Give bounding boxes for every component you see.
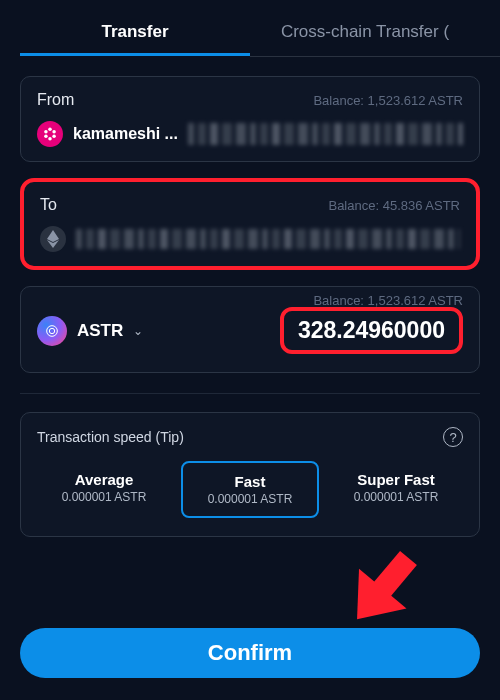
ethereum-icon <box>40 226 66 252</box>
svg-point-5 <box>52 135 56 139</box>
speed-opt-value: 0.000001 ASTR <box>187 492 313 506</box>
speed-opt-value: 0.000001 ASTR <box>333 490 459 504</box>
to-balance: Balance: 45.836 ASTR <box>328 198 460 213</box>
chevron-down-icon: ⌄ <box>133 324 143 338</box>
tab-cross-chain[interactable]: Cross-chain Transfer ( <box>250 8 480 56</box>
svg-rect-8 <box>373 551 417 597</box>
speed-title: Transaction speed (Tip) <box>37 429 184 445</box>
to-label: To <box>40 196 57 214</box>
token-selector[interactable]: ASTR ⌄ <box>37 316 143 346</box>
speed-super-fast[interactable]: Super Fast 0.000001 ASTR <box>329 461 463 518</box>
from-wallet-name: kamameshi ... <box>73 125 178 143</box>
svg-point-6 <box>47 325 58 336</box>
to-address-redacted <box>76 229 460 249</box>
svg-point-7 <box>49 328 54 333</box>
polkadot-icon <box>37 121 63 147</box>
tab-divider <box>250 56 500 57</box>
token-balance: Balance: 1,523.612 ASTR <box>313 293 463 308</box>
amount-input[interactable]: 328.24960000 <box>280 307 463 354</box>
divider <box>20 393 480 394</box>
from-balance: Balance: 1,523.612 ASTR <box>313 93 463 108</box>
from-label: From <box>37 91 74 109</box>
amount-value: 328.24960000 <box>298 317 445 343</box>
speed-opt-name: Average <box>41 471 167 488</box>
speed-card: Transaction speed (Tip) ? Average 0.0000… <box>20 412 480 537</box>
amount-card: Balance: 1,523.612 ASTR ASTR ⌄ 328.24960… <box>20 286 480 373</box>
from-card[interactable]: From Balance: 1,523.612 ASTR kamameshi .… <box>20 76 480 162</box>
svg-point-2 <box>44 130 48 134</box>
to-card[interactable]: To Balance: 45.836 ASTR <box>20 178 480 270</box>
speed-fast[interactable]: Fast 0.000001 ASTR <box>181 461 319 518</box>
tab-transfer[interactable]: Transfer <box>20 8 250 56</box>
speed-opt-name: Fast <box>187 473 313 490</box>
from-address-redacted <box>188 123 463 145</box>
svg-point-3 <box>52 130 56 134</box>
confirm-button[interactable]: Confirm <box>20 628 480 678</box>
svg-point-4 <box>44 135 48 139</box>
speed-average[interactable]: Average 0.000001 ASTR <box>37 461 171 518</box>
astr-icon <box>37 316 67 346</box>
svg-point-0 <box>48 128 52 131</box>
tabs: Transfer Cross-chain Transfer ( <box>0 8 500 56</box>
help-icon[interactable]: ? <box>443 427 463 447</box>
token-symbol: ASTR <box>77 321 123 341</box>
speed-opt-name: Super Fast <box>333 471 459 488</box>
svg-point-1 <box>48 137 52 141</box>
speed-opt-value: 0.000001 ASTR <box>41 490 167 504</box>
